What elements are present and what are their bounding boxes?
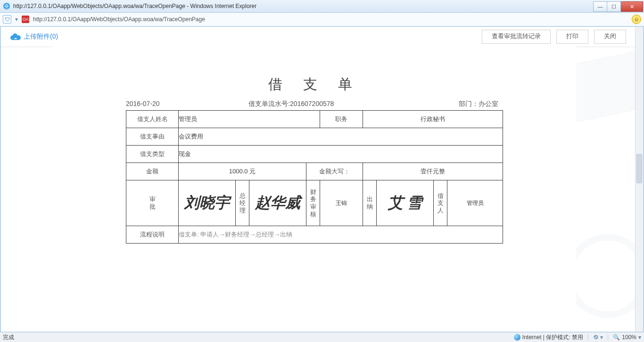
internet-zone[interactable]: Internet | 保护模式: 禁用	[514, 334, 583, 342]
upload-label: 上传附件(0)	[24, 33, 58, 41]
protection-mode-icon[interactable]: 🛇 ▾	[593, 334, 603, 341]
zoom-control[interactable]: 🔍 100% ▾	[613, 334, 641, 341]
ie-icon	[3, 2, 10, 10]
signature-1: 刘晓宇	[179, 180, 236, 226]
view-history-button[interactable]: 查看审批流转记录	[482, 30, 551, 44]
value-type: 现金	[179, 146, 503, 163]
site-favicon-icon: OA	[22, 16, 29, 23]
close-button[interactable]: 关闭	[594, 30, 626, 44]
form-date: 2016-07-20	[126, 100, 248, 108]
window-title: http://127.0.0.1/OAapp/WebObjects/OAapp.…	[13, 3, 593, 9]
status-text: 完成	[3, 334, 509, 342]
cloud-upload-icon	[10, 33, 21, 40]
label-approval: 审 批	[126, 180, 179, 226]
signature-2: 赵华威	[249, 180, 306, 226]
label-type: 借支类型	[126, 146, 179, 163]
action-bar: 上传附件(0) 查看审批流转记录 打印 关闭	[1, 27, 636, 47]
signature-4: 艾 雪	[377, 180, 434, 226]
print-button[interactable]: 打印	[556, 30, 588, 44]
zoom-icon: 🔍	[613, 334, 620, 341]
label-amount: 金额	[126, 163, 179, 180]
status-bar: 完成 Internet | 保护模式: 禁用 🛇 ▾ 🔍 100% ▾	[0, 332, 644, 342]
signature-5: 管理员	[447, 180, 503, 226]
label-name: 借支人姓名	[126, 111, 179, 128]
security-shield-icon[interactable]: 🛡	[3, 15, 11, 24]
dropdown-icon[interactable]: ▾	[15, 16, 18, 23]
label-position: 职务	[320, 111, 363, 128]
address-bar[interactable]: http://127.0.0.1/OAapp/WebObjects/OAapp.…	[33, 16, 628, 23]
form-title: 借 支 单	[126, 75, 503, 94]
zoom-value: 100%	[622, 334, 636, 341]
label-cashier: 出纳	[363, 180, 377, 226]
label-flow: 流程说明	[126, 226, 179, 244]
form-serial: 借支单流水号:201607200578	[248, 100, 399, 108]
address-bar-row: 🛡 ▾ OA http://127.0.0.1/OAapp/WebObjects…	[0, 13, 644, 26]
signature-3: 王锦	[320, 180, 363, 226]
chevron-down-icon: ▾	[638, 334, 641, 341]
smiley-icon[interactable]: ☺	[632, 15, 641, 24]
value-reason: 会议费用	[179, 128, 503, 146]
window-minimize-button[interactable]: —	[593, 1, 607, 12]
label-amount-cn: 金额大写：	[306, 163, 363, 180]
upload-attachment-link[interactable]: 上传附件(0)	[10, 33, 58, 41]
form-dept: 部门：办公室	[399, 100, 503, 108]
globe-icon	[514, 334, 520, 341]
value-amount: 1000.0 元	[179, 163, 306, 180]
value-flow: 借支单: 申请人→财务经理→总经理→出纳	[179, 226, 503, 244]
window-close-button[interactable]: ✕	[621, 1, 643, 12]
value-amount-cn: 壹仟元整	[363, 163, 503, 180]
window-maximize-button[interactable]: ☐	[607, 1, 621, 12]
vertical-scrollbar[interactable]	[635, 27, 643, 332]
label-borrower: 借支人	[434, 180, 447, 226]
label-reason: 借支事由	[126, 128, 179, 146]
label-gm: 总经理	[236, 180, 249, 226]
label-finance: 财务审核	[306, 180, 320, 226]
value-name: 管理员	[179, 111, 320, 128]
value-position: 行政秘书	[363, 111, 503, 128]
loan-form: 借 支 单 2016-07-20 借支单流水号:201607200578 部门：…	[126, 75, 503, 244]
window-titlebar: http://127.0.0.1/OAapp/WebObjects/OAapp.…	[0, 0, 644, 13]
